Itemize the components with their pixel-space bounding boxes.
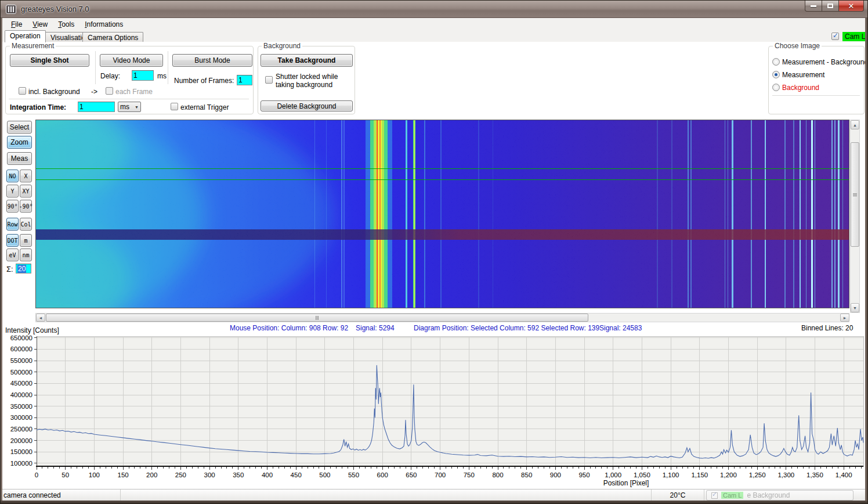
ghost-checkbox-icon: ✓ bbox=[711, 492, 718, 499]
toggle-ev-button[interactable]: eV bbox=[6, 249, 19, 261]
select-tool-button[interactable]: Select bbox=[7, 121, 32, 134]
toggle-col-button[interactable]: Col bbox=[20, 218, 32, 231]
frames-input[interactable]: 1 bbox=[237, 75, 252, 85]
svg-text:850: 850 bbox=[521, 471, 532, 478]
menu-item-tools[interactable]: Tools bbox=[53, 19, 79, 30]
app-window: greateyes Vision 7.0 ✕ FileViewToolsInfo… bbox=[0, 0, 868, 504]
scroll-down-button[interactable]: ▼ bbox=[851, 303, 859, 312]
tab-operation[interactable]: Operation bbox=[5, 30, 46, 42]
radio-measurement-background[interactable] bbox=[772, 58, 780, 66]
svg-text:100: 100 bbox=[89, 471, 100, 478]
radio-measurement[interactable] bbox=[772, 71, 780, 78]
app-icon bbox=[6, 5, 16, 14]
maximize-button[interactable] bbox=[822, 1, 839, 12]
toggle-90-button[interactable]: 90° bbox=[6, 200, 19, 213]
hscroll-thumb[interactable] bbox=[46, 314, 588, 322]
image-vscrollbar[interactable]: ▲ ▼ bbox=[850, 120, 860, 313]
svg-text:1,050: 1,050 bbox=[634, 471, 650, 478]
toggle-m-button[interactable]: m bbox=[20, 234, 32, 247]
window-frame-left bbox=[1, 18, 2, 501]
delay-input[interactable]: 1 bbox=[132, 70, 154, 81]
meas-tool-button[interactable]: Meas bbox=[7, 152, 32, 165]
toggle-no-button[interactable]: NO bbox=[6, 170, 19, 182]
external-trigger-checkbox[interactable] bbox=[171, 103, 178, 110]
svg-text:0: 0 bbox=[35, 471, 38, 478]
window-frame-bottom bbox=[1, 501, 868, 504]
scroll-right-button[interactable]: ► bbox=[840, 314, 849, 322]
menu-bar: FileViewToolsInformations bbox=[2, 18, 865, 30]
incl-background-checkbox[interactable] bbox=[19, 87, 26, 95]
svg-text:400000: 400000 bbox=[10, 391, 32, 398]
cam-checkbox[interactable]: ✓ bbox=[831, 33, 839, 40]
window-title: greateyes Vision 7.0 bbox=[21, 5, 89, 13]
title-bar: greateyes Vision 7.0 ✕ bbox=[1, 1, 868, 18]
toggle-nm-button[interactable]: nm bbox=[20, 249, 32, 261]
svg-text:1,150: 1,150 bbox=[691, 471, 708, 478]
menu-item-informations[interactable]: Informations bbox=[79, 19, 128, 30]
menu-item-file[interactable]: File bbox=[6, 19, 27, 30]
video-mode-button[interactable]: Video Mode bbox=[100, 54, 163, 67]
svg-text:650000: 650000 bbox=[10, 334, 32, 341]
spectral-image-view[interactable] bbox=[35, 120, 849, 308]
svg-text:1,200: 1,200 bbox=[720, 471, 737, 478]
sigma-value: 20 bbox=[17, 265, 26, 273]
svg-text:600000: 600000 bbox=[10, 345, 32, 352]
minimize-icon bbox=[811, 5, 816, 7]
tab-camera-options[interactable]: Camera Options bbox=[82, 32, 143, 42]
each-frame-checkbox[interactable] bbox=[106, 87, 113, 95]
external-trigger-label: external Trigger bbox=[180, 103, 229, 111]
ghost-cam-badge: Cam L bbox=[721, 492, 743, 499]
minimize-button[interactable] bbox=[805, 1, 822, 12]
menu-item-view[interactable]: View bbox=[27, 19, 53, 30]
radio-label-background: Background bbox=[782, 84, 819, 92]
radio-background[interactable] bbox=[772, 84, 780, 91]
background-caption: Background bbox=[262, 42, 302, 50]
svg-text:1,350: 1,350 bbox=[806, 471, 823, 478]
close-button[interactable]: ✕ bbox=[839, 1, 864, 12]
toggle-dot-button[interactable]: DOT bbox=[6, 234, 19, 247]
delay-label: Delay: bbox=[100, 72, 120, 80]
svg-text:500: 500 bbox=[319, 471, 330, 478]
vscroll-thumb[interactable] bbox=[851, 142, 859, 247]
toggle-90-button[interactable]: -90° bbox=[20, 200, 32, 213]
svg-text:1,300: 1,300 bbox=[777, 471, 794, 478]
integration-time-label: Integration Time: bbox=[10, 103, 66, 111]
integration-unit-value: ms bbox=[120, 103, 129, 111]
chevron-down-icon: ▼ bbox=[135, 105, 139, 109]
intensity-chart[interactable]: 1000001500002000002500003000003500004000… bbox=[1, 323, 868, 489]
choose-image-caption: Choose Image bbox=[773, 42, 822, 50]
radio-label-measurement: Measurement bbox=[782, 71, 824, 79]
maximize-icon bbox=[827, 3, 833, 8]
shutter-locked-checkbox[interactable] bbox=[265, 76, 273, 84]
svg-text:1,400: 1,400 bbox=[836, 471, 852, 478]
integration-time-input[interactable]: 1 bbox=[78, 102, 115, 112]
status-camera: camera connected bbox=[1, 489, 121, 501]
sigma-input[interactable]: 20 bbox=[16, 264, 31, 273]
svg-text:200000: 200000 bbox=[10, 437, 32, 444]
status-bar: camera connected 20°C ✓ Cam L e Backgrou… bbox=[1, 489, 868, 501]
toggle-x-button[interactable]: X bbox=[20, 170, 32, 182]
burst-mode-button[interactable]: Burst Mode bbox=[172, 54, 252, 67]
incl-background-label: incl. Background bbox=[28, 88, 80, 96]
image-hscrollbar[interactable]: ◄ ► bbox=[35, 313, 849, 322]
scroll-up-button[interactable]: ▲ bbox=[851, 120, 859, 129]
zoom-tool-button[interactable]: Zoom bbox=[7, 136, 32, 149]
take-background-button[interactable]: Take Background bbox=[261, 54, 353, 67]
choose-image-group bbox=[768, 46, 865, 114]
toggle-xy-button[interactable]: XY bbox=[20, 185, 32, 197]
scroll-left-button[interactable]: ◄ bbox=[36, 314, 45, 322]
single-shot-button[interactable]: Single Shot bbox=[10, 54, 89, 67]
each-frame-label: each Frame bbox=[115, 88, 153, 96]
svg-text:400: 400 bbox=[262, 471, 273, 478]
check-icon: ✓ bbox=[833, 31, 838, 39]
svg-text:500000: 500000 bbox=[10, 369, 32, 376]
svg-text:50: 50 bbox=[62, 471, 69, 478]
toggle-row-button[interactable]: Row bbox=[6, 218, 19, 231]
toggle-y-button[interactable]: Y bbox=[6, 185, 19, 197]
vscroll-grip-icon bbox=[853, 193, 857, 196]
scroll-left-icon: ◄ bbox=[39, 316, 43, 320]
delete-background-button[interactable]: Delete Background bbox=[261, 100, 353, 111]
svg-text:1,250: 1,250 bbox=[749, 471, 766, 478]
radio-label-measurement-background: Measurement - Background bbox=[782, 58, 868, 66]
integration-unit-select[interactable]: ms ▼ bbox=[118, 102, 141, 112]
